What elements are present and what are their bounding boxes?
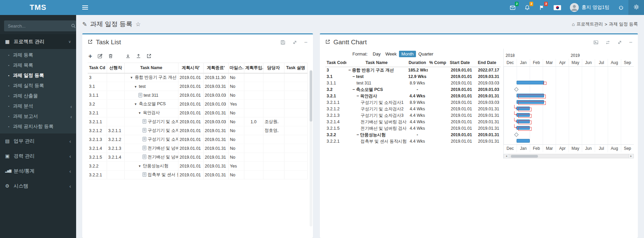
scroll-right-button[interactable]: ▸ xyxy=(628,154,634,158)
download-button[interactable] xyxy=(125,53,130,59)
upload-button[interactable] xyxy=(136,53,141,59)
task-row[interactable]: 3.2.2▼단품성능시험2019.01.012019.01.31Yes xyxy=(88,162,307,171)
sidebar-item-system[interactable]: ⚙시스템‹ xyxy=(0,178,76,193)
milestone-cell: No xyxy=(228,126,244,135)
gantt-row[interactable]: 3.2.1− 육안검사4.4 Wks2019.01.012019.01.31 xyxy=(325,93,501,99)
sign-out-button[interactable] xyxy=(614,0,628,15)
expand-icon[interactable] xyxy=(292,40,297,45)
task-column-header[interactable]: 계획투입. xyxy=(244,63,263,73)
delete-task-button[interactable] xyxy=(108,53,113,59)
brand-logo[interactable]: TMS xyxy=(0,0,76,15)
expand-icon[interactable] xyxy=(617,40,622,45)
language-menu[interactable] xyxy=(549,0,565,15)
gantt-bar[interactable] xyxy=(517,81,544,84)
tree-collapse-icon[interactable]: ▼ xyxy=(134,85,137,89)
user-menu[interactable]: 홍지 영업1팀 xyxy=(565,0,614,15)
save-icon[interactable] xyxy=(280,40,285,45)
notifications-menu[interactable]: 2 xyxy=(520,0,535,15)
gantt-row[interactable]: 3.1.1test 3118.9 Wks2019.01.012019.03.03 xyxy=(325,80,501,86)
add-task-button[interactable]: + xyxy=(88,53,92,59)
task-row[interactable]: 3.1▼test2019.01.012019.03.31No xyxy=(88,82,307,91)
task-row[interactable]: 3.2.2.1접촉부 및 센서 동작시험22019.01.012019.01.3… xyxy=(88,171,307,179)
collapse-icon[interactable]: − xyxy=(629,39,632,45)
task-row[interactable]: 3.2.1.53.2.1.4전기배선 및 넘버링 검사22019.01.0120… xyxy=(88,153,307,162)
scroll-thumb[interactable] xyxy=(511,155,538,158)
task-row[interactable]: 3▼중합 반응기 구조 개선2019.01.012019.11.30No xyxy=(88,73,307,82)
messages-menu[interactable]: 2 xyxy=(505,0,520,15)
gantt-row[interactable]: 3− 중합 반응기 구조 개선185.2 Wks2019.01.012022.0… xyxy=(325,67,501,74)
swap-icon[interactable] xyxy=(605,40,610,45)
format-option-month[interactable]: Month xyxy=(399,51,416,57)
task-row[interactable]: 3.2.1.43.2.1.3전기배선 및 넘버링 검사12019.01.0120… xyxy=(88,144,307,153)
image-export-icon[interactable] xyxy=(593,40,598,45)
task-column-header[interactable]: 담당자 xyxy=(263,63,284,73)
sidebar-item-task-result-register[interactable]: ●과제 실적 등록 xyxy=(0,81,76,91)
task-column-header[interactable]: 마일스. xyxy=(228,63,244,73)
gantt-column-header[interactable]: End Date xyxy=(473,59,501,67)
gantt-milestone[interactable] xyxy=(514,87,519,92)
scroll-track[interactable] xyxy=(509,154,628,158)
sidebar-toggle-button[interactable] xyxy=(76,0,94,15)
gantt-row[interactable]: 3.2.1.2구성기기 및 소자검사24.4 Wks2019.01.012019… xyxy=(325,106,501,112)
gantt-column-header[interactable]: % Comp. xyxy=(428,59,446,67)
task-column-header[interactable]: Task Cd xyxy=(88,63,107,73)
task-column-header[interactable]: Task Name xyxy=(124,63,178,73)
gantt-row[interactable]: 3.2.1.5전기배선 및 넘버링 검사24.4 Wks2019.01.0120… xyxy=(325,125,501,132)
format-option-quarter[interactable]: Quarter xyxy=(416,51,436,57)
gantt-row[interactable]: 3.2− 축소모델 PCS-2019.01.012019.01.03 xyxy=(325,86,501,93)
task-row[interactable]: 3.2.1.33.2.1.2구성기기 및 소자검사32019.01.012019… xyxy=(88,135,307,144)
gantt-bar[interactable] xyxy=(517,139,529,143)
gantt-milestone[interactable] xyxy=(514,132,519,137)
gantt-column-header[interactable]: Task Name xyxy=(346,59,407,67)
sidebar-item-career-management[interactable]: ▣경력 관리‹ xyxy=(0,148,76,163)
format-option-day[interactable]: Day xyxy=(370,51,383,57)
gantt-column-header[interactable]: Task Code xyxy=(325,59,346,67)
task-column-header[interactable]: Task 설명 xyxy=(284,63,307,73)
sidebar-item-task-deliverables[interactable]: ●과제 산출물 xyxy=(0,91,76,101)
edit-task-button[interactable] xyxy=(98,53,103,59)
scroll-left-button[interactable]: ◂ xyxy=(504,154,509,158)
sidebar-item-task-schedule-register[interactable]: ●과제 일정 등록 xyxy=(0,70,76,81)
format-option-week[interactable]: Week xyxy=(383,51,399,57)
scroll-thumb[interactable] xyxy=(310,70,312,122)
gantt-row[interactable]: 3.2.2− 단품성능시험-2019.01.012019.01.31 xyxy=(325,132,501,138)
task-row[interactable]: 3.2.1.23.2.1.1구성기기 및 소자검사22019.01.012019… xyxy=(88,126,307,135)
sidebar-item-project-management[interactable]: ▦프로젝트 관리∨ xyxy=(0,34,76,49)
export-button[interactable] xyxy=(146,53,152,59)
sidebar-item-task-register[interactable]: ●과제 등록 xyxy=(0,50,76,60)
gantt-row[interactable]: 3.2.1.4전기배선 및 넘버링 검사14.4 Wks2019.01.0120… xyxy=(325,119,501,125)
task-row[interactable]: 3.2▼축소모델 PCS2019.01.012019.01.03Yes xyxy=(88,100,307,109)
task-column-header[interactable]: 계획종료' xyxy=(203,63,228,73)
search-button[interactable] xyxy=(71,20,76,31)
gantt-column-header[interactable]: Duration xyxy=(407,59,428,67)
settings-sidebar-button[interactable] xyxy=(628,0,644,15)
tree-collapse-icon[interactable]: ▼ xyxy=(138,111,141,115)
task-table-scrollbar[interactable] xyxy=(310,70,312,226)
sidebar-item-task-notice-register[interactable]: ●과제 공지사항 등록 xyxy=(0,122,76,132)
task-row[interactable]: 3.1.1test 3112019.01.012019.03.03No xyxy=(88,91,307,100)
sidebar-item-task-analysis[interactable]: ●과제 분석‹ xyxy=(0,101,76,111)
gantt-row[interactable]: 3.2.1.1구성기기 및 소자검사18.9 Wks2019.01.012019… xyxy=(325,99,501,106)
task-row[interactable]: 3.2.1.1구성기기 및 소자검사12019.01.012019.03.03N… xyxy=(88,117,307,126)
sidebar-item-analytics[interactable]: ▂▅▇분석/통계‹ xyxy=(0,163,76,178)
gantt-code-cell: 3.2.1.3 xyxy=(325,112,346,119)
tasks-menu[interactable]: 3 xyxy=(535,0,549,15)
gantt-column-header[interactable]: Start Date xyxy=(446,59,473,67)
collapse-icon[interactable]: − xyxy=(304,39,308,45)
tree-collapse-icon[interactable]: ▼ xyxy=(138,164,141,168)
gantt-row[interactable]: 3.2.2.1접촉부 및 센서 동작시험24.4 Wks2019.01.0120… xyxy=(325,138,501,145)
breadcrumb-section[interactable]: 프로젝트관리 xyxy=(576,21,603,27)
sidebar-item-task-list[interactable]: ●과제 목록 xyxy=(0,60,76,70)
tree-collapse-icon[interactable]: ▼ xyxy=(130,76,133,79)
sidebar-item-task-report[interactable]: ●과제 보고서‹ xyxy=(0,111,76,122)
task-column-header[interactable]: 선행작 xyxy=(107,63,124,73)
gantt-row[interactable]: 3.2.1.3구성기기 및 소자검사34.4 Wks2019.01.012019… xyxy=(325,112,501,119)
tree-collapse-icon[interactable]: ▼ xyxy=(134,102,137,106)
favorite-star-icon[interactable]: ☆ xyxy=(136,21,141,28)
timeline-month-label: May xyxy=(569,59,581,66)
gantt-row[interactable]: 3.1− test12.9 Wks2019.01.012019.03.31 xyxy=(325,74,501,80)
task-column-header[interactable]: 계획시작' xyxy=(178,63,203,73)
task-row[interactable]: 3.2.1▼육안검사2019.01.012019.01.31No xyxy=(88,109,307,117)
sidebar-item-work-management[interactable]: ▤업무 관리‹ xyxy=(0,133,76,148)
search-input[interactable] xyxy=(4,20,71,31)
